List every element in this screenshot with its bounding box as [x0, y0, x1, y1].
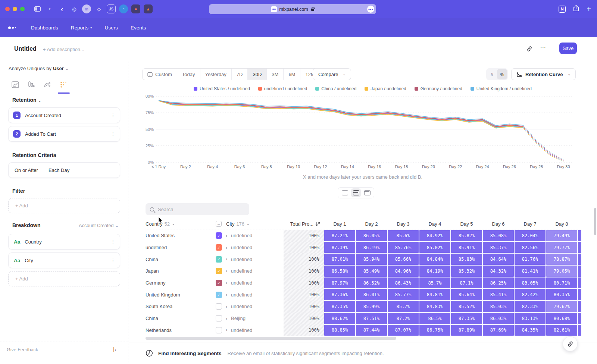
retention-line-chart[interactable]: 100%75%50%25%0%< 1 DayDay 2Day 4Day 6Day…	[146, 93, 578, 172]
row-checkbox[interactable]: ✓	[216, 256, 222, 263]
cell-day-value[interactable]: 80.35%	[546, 289, 577, 300]
legend-item[interactable]: United States / undefined	[194, 86, 250, 91]
absolute-numbers-toggle[interactable]: #	[487, 69, 497, 79]
column-header-day[interactable]: Day 2	[356, 221, 387, 227]
zoom-window-button[interactable]	[20, 7, 25, 11]
nav-link-events[interactable]: Events	[131, 25, 146, 31]
date-range-30d[interactable]: 30D	[247, 69, 266, 80]
cell-day-value[interactable]: 87.2%	[388, 313, 419, 324]
legend-item[interactable]: China / undefined	[315, 86, 356, 91]
cell-day-value[interactable]: 85.91%	[451, 242, 482, 253]
vertical-scrollbar[interactable]	[594, 208, 596, 235]
app-icon-target[interactable]: ●	[131, 4, 140, 13]
cell-day-value[interactable]: 85.83%	[451, 254, 482, 265]
expand-row-icon[interactable]: ›	[226, 304, 227, 309]
cell-day-value[interactable]: 87.44%	[356, 325, 387, 336]
criteria-on-or-after[interactable]: On or After	[15, 167, 38, 173]
collapse-sidebar-icon[interactable]: |←	[113, 346, 118, 352]
row-checkbox[interactable]: ✓	[216, 244, 222, 251]
app-icon-cube[interactable]: ◇	[94, 4, 103, 13]
cell-day-value[interactable]: 88.85%	[324, 325, 355, 336]
row-checkbox[interactable]: ✓	[216, 268, 222, 274]
cell-day-value[interactable]: 85.66%	[388, 254, 419, 265]
nav-link-dashboards[interactable]: Dashboards	[31, 25, 58, 31]
column-header-day[interactable]: Day 8	[546, 221, 578, 227]
select-all-checkbox[interactable]: –	[216, 221, 222, 227]
date-range-today[interactable]: Today	[177, 69, 200, 80]
cell-day-value[interactable]: 86.05%	[356, 230, 387, 241]
cell-day-value[interactable]: 87.51%	[356, 313, 387, 324]
cell-day-value[interactable]: 84.92%	[419, 230, 450, 241]
add-description-button[interactable]: + Add description...	[43, 47, 84, 52]
column-header-day[interactable]: Day 4	[419, 221, 451, 227]
cell-day-value[interactable]: 87.01%	[324, 254, 355, 265]
row-checkbox[interactable]: ✓	[216, 232, 222, 239]
analyze-uniques-row[interactable]: Analyze Uniques byUser⌄	[9, 66, 68, 71]
cell-day-value[interactable]: 84.81%	[419, 289, 450, 300]
date-range-7d[interactable]: 7D	[231, 69, 248, 80]
cell-day-value[interactable]: 85.64%	[451, 289, 482, 300]
chart-only-view-button[interactable]	[340, 188, 350, 197]
cell-day-value[interactable]: 82.56%	[515, 242, 546, 253]
more-options-button[interactable]: ...	[540, 43, 546, 49]
step-card-added-to-cart[interactable]: 2 Added To Cart	[8, 126, 120, 142]
kebab-menu-icon[interactable]	[111, 239, 115, 244]
cell-day-value[interactable]: 85.77%	[388, 289, 419, 300]
cell-day-value[interactable]: 82.04%	[515, 230, 546, 241]
cell-day-value[interactable]: 86.01%	[356, 289, 387, 300]
cell-day-value[interactable]: 85.7%	[419, 277, 450, 289]
cell-day-value[interactable]: 83.13%	[515, 313, 546, 324]
cell-day-value[interactable]: 79.05%	[546, 266, 577, 277]
column-header-day[interactable]: Day 6	[482, 221, 514, 227]
cell-day-value[interactable]: 85.94%	[356, 254, 387, 265]
give-feedback-link[interactable]: Give Feedback	[7, 347, 38, 352]
percentage-toggle[interactable]: %	[497, 69, 507, 79]
breakdown-add-button[interactable]: + Add	[8, 271, 120, 286]
cell-day-value[interactable]: 84.64%	[483, 254, 514, 265]
cell-day-value[interactable]: 82.42%	[515, 289, 546, 300]
legend-item[interactable]: Japan / undefined	[365, 86, 406, 91]
cell-day-value[interactable]: 87.21%	[324, 230, 355, 241]
sidebar-toggle-icon[interactable]	[33, 4, 42, 13]
kebab-menu-icon[interactable]	[111, 258, 115, 263]
report-title[interactable]: Untitled	[14, 46, 37, 52]
date-range-yesterday[interactable]: Yesterday	[200, 69, 231, 80]
nav-link-users[interactable]: Users	[105, 25, 118, 31]
cell-day-value[interactable]: 80.71%	[546, 277, 577, 289]
row-checkbox[interactable]	[216, 327, 222, 333]
app-icon-globe[interactable]: ◔	[119, 4, 128, 13]
cell-day-value[interactable]: 86.25%	[483, 277, 514, 289]
cell-day-value[interactable]: 85.08%	[483, 230, 514, 241]
back-button[interactable]: ‹	[57, 4, 66, 13]
row-checkbox[interactable]: ✓	[216, 280, 222, 286]
column-header-day[interactable]: Day 1	[324, 221, 356, 227]
column-header-day[interactable]: Day 7	[514, 221, 546, 227]
date-range-3m[interactable]: 3M	[266, 69, 283, 80]
cell-day-value[interactable]: 84.84%	[419, 254, 450, 265]
cell-day-value[interactable]: 87.35%	[324, 301, 355, 312]
app-icon-js[interactable]: JS	[107, 4, 116, 13]
expand-row-icon[interactable]: ›	[226, 280, 227, 286]
legend-item[interactable]: undefined / undefined	[258, 86, 307, 91]
breakdown-card-country[interactable]: Aa Country	[8, 234, 120, 250]
cell-day-value[interactable]: 81.41%	[515, 266, 546, 277]
column-header-city[interactable]: – City176⌄	[216, 221, 284, 227]
chevron-down-icon[interactable]: ▾	[45, 4, 54, 13]
date-range-6m[interactable]: 6M	[283, 69, 300, 80]
expand-row-icon[interactable]: ›	[226, 327, 227, 333]
cell-day-value[interactable]: 85.37%	[483, 242, 514, 253]
expand-row-icon[interactable]: ›	[226, 292, 227, 297]
filter-add-button[interactable]: + Add	[8, 198, 120, 213]
share-icon[interactable]	[573, 5, 579, 13]
new-tab-button[interactable]: +	[587, 5, 591, 13]
cell-day-value[interactable]: 85.52%	[451, 301, 482, 312]
horizontal-scrollbar[interactable]	[146, 337, 396, 340]
tab-flows[interactable]	[43, 80, 52, 90]
address-more-icon[interactable]: •••	[367, 6, 374, 13]
cell-day-value[interactable]: 87.35%	[451, 313, 482, 324]
chart-type-selector[interactable]: Retention Curve⌄	[511, 68, 576, 80]
row-checkbox[interactable]: ✓	[216, 292, 222, 298]
cell-day-value[interactable]: 87.89%	[451, 325, 482, 336]
analyze-value[interactable]: User	[53, 66, 64, 71]
column-header-total[interactable]: Total Pro...	[284, 221, 324, 227]
